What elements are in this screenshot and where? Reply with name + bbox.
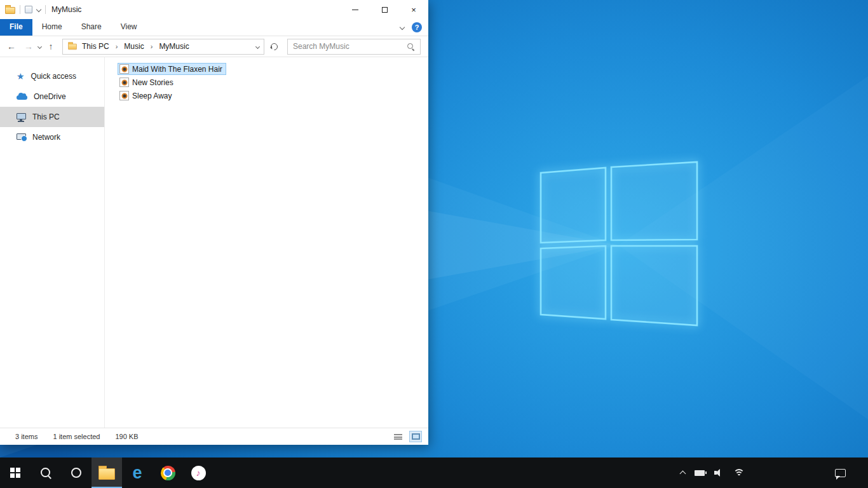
taskbar-itunes-button[interactable]: ♪ bbox=[183, 458, 214, 488]
music-file-icon bbox=[119, 78, 129, 87]
edge-icon: e bbox=[132, 464, 142, 482]
music-file-icon bbox=[119, 91, 129, 100]
breadcrumb-music[interactable]: Music bbox=[123, 42, 144, 51]
customize-toolbar-chevron-icon[interactable] bbox=[36, 7, 41, 12]
details-view-button[interactable] bbox=[391, 431, 404, 442]
details-view-icon bbox=[394, 434, 402, 440]
hidden-icons-chevron-icon[interactable] bbox=[680, 471, 686, 477]
itunes-icon: ♪ bbox=[191, 466, 206, 480]
up-button[interactable]: ↑ bbox=[43, 39, 58, 54]
windows-logo-icon bbox=[10, 468, 21, 478]
taskbar-file-explorer-button[interactable] bbox=[92, 458, 122, 488]
window-body: ★ Quick access OneDrive This PC Network bbox=[0, 57, 428, 428]
search-input[interactable] bbox=[293, 42, 407, 51]
sidebar-item-label: OneDrive bbox=[34, 92, 66, 101]
battery-icon[interactable] bbox=[695, 470, 705, 476]
file-row[interactable]: New Stories bbox=[118, 76, 428, 89]
refresh-button[interactable] bbox=[266, 39, 281, 54]
computer-icon bbox=[17, 113, 26, 119]
volume-icon[interactable] bbox=[714, 469, 724, 477]
window-folder-icon bbox=[5, 7, 15, 14]
sidebar-item-quick-access[interactable]: ★ Quick access bbox=[0, 66, 104, 86]
taskbar: e ♪ bbox=[0, 458, 868, 488]
cloud-icon bbox=[17, 95, 27, 100]
desktop: MyMusic × File Home Share View ? ← → ↑ bbox=[0, 0, 868, 488]
window-controls: × bbox=[341, 0, 428, 19]
address-history-chevron-icon[interactable] bbox=[255, 44, 260, 48]
address-bar[interactable]: This PC › Music › MyMusic bbox=[62, 39, 264, 55]
network-icon bbox=[17, 133, 26, 140]
chrome-icon bbox=[161, 466, 175, 480]
file-list: Maid With The Flaxen Hair New Stories Sl… bbox=[105, 57, 428, 428]
tab-file[interactable]: File bbox=[0, 19, 32, 36]
expand-ribbon-chevron-icon[interactable] bbox=[400, 25, 405, 30]
file-selection-chip[interactable]: New Stories bbox=[118, 76, 177, 88]
sidebar-item-label: This PC bbox=[32, 112, 60, 121]
navigation-pane: ★ Quick access OneDrive This PC Network bbox=[0, 57, 105, 428]
tab-home[interactable]: Home bbox=[32, 19, 72, 36]
cortana-button[interactable] bbox=[61, 458, 92, 488]
forward-button[interactable]: → bbox=[21, 39, 36, 54]
status-size: 190 KB bbox=[115, 433, 138, 440]
sidebar-item-onedrive[interactable]: OneDrive bbox=[0, 86, 104, 107]
location-folder-icon bbox=[68, 44, 77, 50]
ribbon-tabs: File Home Share View ? bbox=[0, 19, 428, 36]
taskbar-edge-button[interactable]: e bbox=[122, 458, 153, 488]
toolbar-divider bbox=[20, 5, 20, 14]
help-button[interactable]: ? bbox=[412, 22, 422, 32]
recent-locations-chevron-icon[interactable] bbox=[37, 44, 42, 48]
maximize-icon bbox=[382, 7, 388, 13]
breadcrumb-this-pc[interactable]: This PC bbox=[81, 42, 110, 51]
star-icon: ★ bbox=[17, 72, 25, 81]
sidebar-item-label: Network bbox=[32, 133, 60, 142]
file-row[interactable]: Maid With The Flaxen Hair bbox=[118, 62, 428, 76]
search-icon bbox=[40, 467, 51, 478]
tab-share[interactable]: Share bbox=[72, 19, 111, 36]
file-row[interactable]: Sleep Away bbox=[118, 89, 428, 102]
large-icons-view-icon bbox=[412, 433, 420, 440]
close-button[interactable]: × bbox=[399, 0, 428, 19]
search-icon[interactable] bbox=[407, 43, 415, 51]
breadcrumb-separator-icon[interactable]: › bbox=[149, 43, 155, 50]
toolbar-divider bbox=[45, 5, 46, 14]
status-selection: 1 item selected bbox=[53, 433, 100, 440]
cortana-icon bbox=[71, 468, 81, 478]
breadcrumb-separator-icon[interactable]: › bbox=[114, 43, 120, 50]
file-explorer-icon bbox=[98, 468, 115, 480]
status-bar: 3 items 1 item selected 190 KB bbox=[0, 428, 428, 445]
large-icons-view-button[interactable] bbox=[409, 431, 422, 442]
music-file-icon bbox=[119, 64, 129, 74]
ribbon-right-controls: ? bbox=[400, 19, 428, 36]
file-explorer-window: MyMusic × File Home Share View ? ← → ↑ bbox=[0, 0, 428, 445]
minimize-button[interactable] bbox=[341, 0, 370, 19]
tab-view[interactable]: View bbox=[111, 19, 147, 36]
sidebar-item-label: Quick access bbox=[31, 72, 76, 81]
window-title: MyMusic bbox=[51, 5, 81, 14]
file-selection-chip[interactable]: Sleep Away bbox=[118, 90, 176, 102]
search-box bbox=[287, 39, 421, 55]
titlebar: MyMusic × bbox=[0, 0, 428, 19]
status-item-count: 3 items bbox=[15, 433, 37, 440]
system-tray bbox=[681, 458, 868, 488]
file-name: Sleep Away bbox=[132, 92, 172, 100]
wifi-icon[interactable] bbox=[733, 469, 745, 477]
taskbar-search-button[interactable] bbox=[31, 458, 61, 488]
minimize-icon bbox=[352, 10, 358, 10]
action-center-icon bbox=[835, 469, 846, 477]
navigation-bar: ← → ↑ This PC › Music › MyMusic bbox=[0, 36, 428, 57]
file-name: New Stories bbox=[132, 78, 173, 87]
breadcrumb-mymusic[interactable]: MyMusic bbox=[158, 42, 189, 51]
sidebar-item-this-pc[interactable]: This PC bbox=[0, 107, 104, 127]
back-button[interactable]: ← bbox=[4, 39, 19, 54]
file-name: Maid With The Flaxen Hair bbox=[132, 65, 222, 74]
refresh-icon bbox=[269, 41, 279, 51]
maximize-button[interactable] bbox=[370, 0, 399, 19]
quick-access-toolbar: MyMusic bbox=[0, 5, 81, 14]
quick-access-properties-icon[interactable] bbox=[25, 6, 32, 13]
sidebar-item-network[interactable]: Network bbox=[0, 127, 104, 147]
action-center-button[interactable] bbox=[825, 469, 855, 477]
start-button[interactable] bbox=[0, 458, 31, 488]
view-toggles bbox=[391, 431, 422, 442]
file-selection-chip[interactable]: Maid With The Flaxen Hair bbox=[118, 63, 226, 75]
taskbar-chrome-button[interactable] bbox=[153, 458, 183, 488]
